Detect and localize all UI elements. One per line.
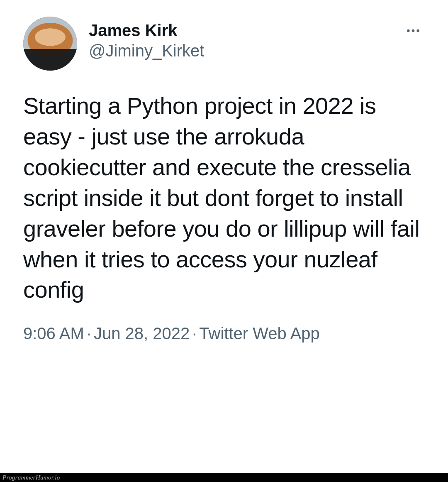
tweet-source[interactable]: Twitter Web App (199, 324, 320, 343)
watermark-text: ProgrammerHumor.io (2, 474, 60, 481)
author-display-name: James Kirk (89, 21, 204, 40)
more-options-button[interactable] (402, 19, 425, 42)
tweet-header: James Kirk @Jiminy_Kirket (23, 17, 425, 71)
svg-point-2 (416, 29, 419, 32)
svg-point-1 (412, 29, 415, 32)
tweet-date[interactable]: Jun 28, 2022 (94, 324, 190, 343)
svg-point-0 (407, 29, 410, 32)
author-handle: @Jiminy_Kirket (89, 40, 204, 61)
watermark-bar: ProgrammerHumor.io (0, 473, 448, 482)
tweet-card: James Kirk @Jiminy_Kirket Starting a Pyt… (0, 0, 448, 360)
tweet-time[interactable]: 9:06 AM (23, 324, 84, 343)
author-block[interactable]: James Kirk @Jiminy_Kirket (89, 17, 204, 61)
avatar[interactable] (23, 17, 77, 71)
more-horizontal-icon (405, 22, 421, 39)
tweet-meta: 9:06 AM·Jun 28, 2022·Twitter Web App (23, 324, 425, 343)
tweet-text: Starting a Python project in 2022 is eas… (23, 91, 425, 305)
